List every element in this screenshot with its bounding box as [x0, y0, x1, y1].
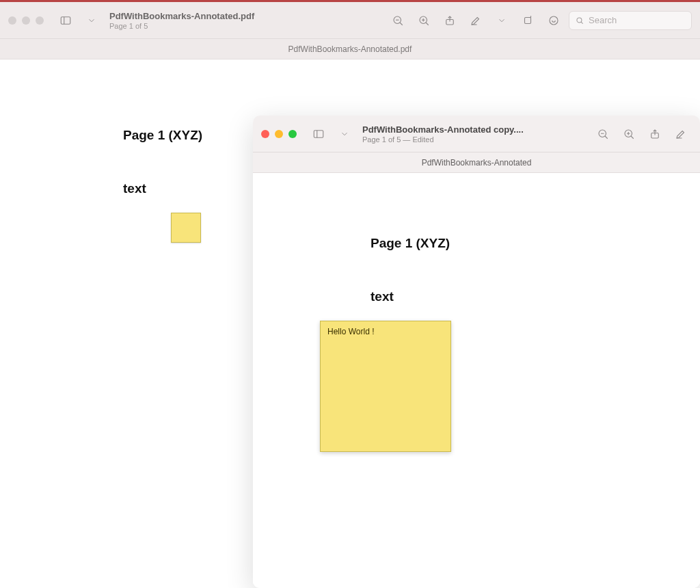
page-indicator: Page 1 of 5 — Edited — [362, 135, 524, 144]
sidebar-toggle-button[interactable] — [308, 124, 329, 144]
svg-point-14 — [577, 17, 582, 22]
tab-bar: PdfWithBookmarks-Annotated.pdf — [0, 39, 700, 59]
sidebar-menu-chevron-icon[interactable] — [334, 124, 355, 144]
svg-rect-0 — [61, 16, 70, 24]
document-viewport[interactable]: Page 1 (XYZ) text Hello World ! — [253, 173, 700, 588]
pdf-page: Page 1 (XYZ) text Hello World ! — [253, 173, 700, 588]
toolbar-right — [387, 10, 692, 31]
zoom-in-button[interactable] — [413, 10, 435, 31]
tab-label[interactable]: PdfWithBookmarks-Annotated — [422, 158, 532, 168]
page-indicator: Page 1 of 5 — [109, 22, 254, 30]
tab-label[interactable]: PdfWithBookmarks-Annotated.pdf — [288, 44, 412, 54]
zoom-dot-icon[interactable] — [288, 130, 297, 138]
tab-bar: PdfWithBookmarks-Annotated — [253, 152, 700, 173]
search-field[interactable] — [569, 11, 692, 30]
toolbar: PdfWithBookmarks-Annotated.pdf Page 1 of… — [0, 2, 700, 39]
close-dot-icon[interactable] — [8, 16, 16, 25]
window-title: PdfWithBookmarks-Annotated.pdf — [109, 11, 254, 21]
preview-window-front: PdfWithBookmarks-Annotated copy.... Page… — [253, 116, 700, 588]
traffic-lights — [8, 16, 44, 25]
window-title-block: PdfWithBookmarks-Annotated copy.... Page… — [362, 124, 524, 144]
svg-rect-12 — [525, 17, 531, 23]
page-body-text: text — [123, 181, 146, 196]
page-heading: Page 1 (XYZ) — [371, 236, 450, 251]
toolbar-right — [592, 124, 692, 144]
minimize-dot-icon[interactable] — [275, 130, 283, 138]
share-button[interactable] — [439, 10, 461, 31]
sticky-note-annotation[interactable] — [171, 213, 201, 243]
page-heading: Page 1 (XYZ) — [123, 128, 202, 143]
search-icon — [575, 16, 584, 25]
close-dot-icon[interactable] — [261, 130, 269, 138]
svg-rect-16 — [314, 130, 323, 137]
svg-line-22 — [631, 136, 634, 139]
sidebar-toggle-button[interactable] — [55, 10, 77, 31]
search-input[interactable] — [589, 15, 684, 25]
minimize-dot-icon[interactable] — [22, 16, 30, 25]
highlight-button[interactable] — [543, 10, 565, 31]
sticky-note-annotation[interactable]: Hello World ! — [320, 321, 451, 452]
rotate-button[interactable] — [517, 10, 539, 31]
svg-line-19 — [605, 136, 608, 139]
zoom-out-button[interactable] — [387, 10, 409, 31]
svg-point-13 — [550, 16, 558, 25]
svg-line-6 — [426, 23, 429, 25]
toolbar: PdfWithBookmarks-Annotated copy.... Page… — [253, 116, 700, 152]
svg-line-15 — [581, 22, 583, 24]
window-title: PdfWithBookmarks-Annotated copy.... — [362, 124, 524, 135]
zoom-dot-icon[interactable] — [36, 16, 44, 25]
zoom-in-button[interactable] — [618, 124, 640, 144]
markup-button[interactable] — [670, 124, 692, 144]
share-button[interactable] — [644, 124, 666, 144]
zoom-out-button[interactable] — [592, 124, 614, 144]
traffic-lights — [261, 130, 297, 138]
svg-line-3 — [400, 23, 403, 25]
markup-menu-chevron-icon[interactable] — [491, 10, 513, 31]
sidebar-menu-chevron-icon[interactable] — [81, 10, 103, 31]
window-title-block: PdfWithBookmarks-Annotated.pdf Page 1 of… — [109, 11, 254, 30]
sticky-note-text: Hello World ! — [327, 327, 374, 336]
markup-button[interactable] — [465, 10, 487, 31]
page-body-text: text — [371, 289, 394, 304]
